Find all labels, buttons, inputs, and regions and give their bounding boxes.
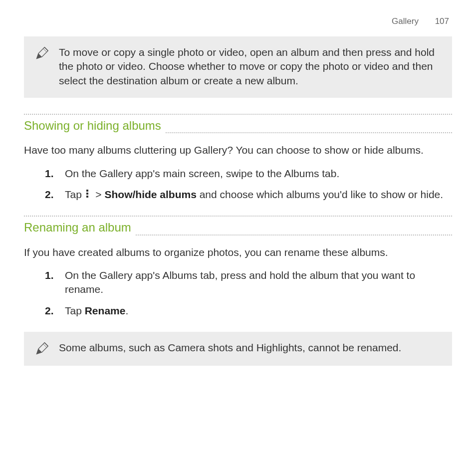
- step-text-post: .: [125, 305, 128, 316]
- step-text-bold: Show/hide albums: [104, 189, 196, 200]
- note-box-rename-limit: Some albums, such as Camera shots and Hi…: [24, 332, 452, 366]
- step-number: 2.: [45, 304, 54, 318]
- note-text: To move or copy a single photo or video,…: [59, 45, 441, 88]
- list-item: 2. Tap > Show/hide albums and choose whi…: [45, 188, 452, 202]
- header-section: Gallery: [392, 16, 419, 26]
- section-showing-hiding: Showing or hiding albums: [24, 114, 452, 136]
- step-number: 1.: [45, 167, 54, 181]
- step-text-post: and choose which albums you'd like to sh…: [197, 189, 443, 200]
- section2-intro: If you have created albums to organize p…: [24, 245, 452, 259]
- section1-steps: 1. On the Gallery app's main screen, swi…: [24, 167, 452, 202]
- step-text-bold: Rename: [85, 305, 126, 316]
- pencil-icon: [35, 46, 49, 60]
- step-text-pre: Tap: [65, 305, 85, 316]
- section-title: Renaming an album: [24, 217, 135, 238]
- step-text: On the Gallery app's Albums tab, press a…: [65, 269, 415, 295]
- pencil-icon: [35, 342, 49, 356]
- page-header: Gallery 107: [24, 16, 452, 27]
- step-number: 1.: [45, 268, 54, 282]
- list-item: 2. Tap Rename.: [45, 304, 452, 318]
- section-renaming: Renaming an album: [24, 216, 452, 238]
- section-title: Showing or hiding albums: [24, 115, 165, 136]
- note-box-move-copy: To move or copy a single photo or video,…: [24, 36, 452, 98]
- section1-intro: Have too many albums cluttering up Galle…: [24, 143, 452, 157]
- header-page-number: 107: [435, 16, 449, 26]
- step-text-pre: Tap: [65, 189, 85, 200]
- list-item: 1. On the Gallery app's main screen, swi…: [45, 167, 452, 181]
- list-item: 1. On the Gallery app's Albums tab, pres…: [45, 268, 452, 297]
- note-text: Some albums, such as Camera shots and Hi…: [59, 341, 441, 356]
- step-text: On the Gallery app's main screen, swipe …: [65, 168, 339, 179]
- section2-steps: 1. On the Gallery app's Albums tab, pres…: [24, 268, 452, 318]
- step-number: 2.: [45, 188, 54, 202]
- overflow-menu-icon: [85, 189, 90, 199]
